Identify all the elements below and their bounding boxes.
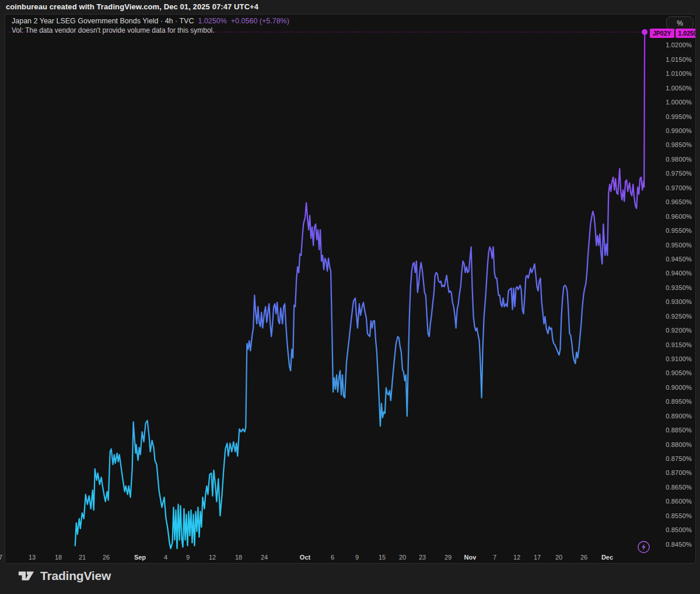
price-axis-label: 0.9850%: [648, 141, 692, 148]
price-axis-label: 0.8950%: [648, 398, 692, 405]
time-axis-label: 9: [186, 554, 190, 561]
volume-note: Vol: The data vendor doesn't provide vol…: [12, 26, 215, 34]
time-axis-label: 6: [331, 554, 334, 561]
last-price-value: 1.0250%: [198, 17, 226, 25]
time-axis-label: 20: [555, 554, 562, 561]
price-axis-label: 1.0000%: [648, 99, 692, 106]
tradingview-logo-link[interactable]: TradingView: [18, 569, 111, 583]
lightning-icon: [637, 540, 650, 554]
price-tag-symbol: JP02Y: [650, 29, 674, 38]
time-axis-label: 7: [493, 554, 496, 561]
price-axis-label: 0.9150%: [648, 341, 692, 348]
price-axis-label: 0.8900%: [648, 413, 692, 420]
time-axis-label: Sep: [134, 554, 146, 561]
price-axis-label: 0.9750%: [648, 170, 692, 177]
price-axis-label: 0.8650%: [648, 484, 692, 491]
price-chart-canvas[interactable]: [5, 15, 695, 563]
attribution-text: coinbureau created with TradingView.com,…: [6, 2, 258, 11]
chart-pane[interactable]: Japan 2 Year LSEG Government Bonds Yield…: [5, 14, 696, 564]
price-axis[interactable]: 1.0200%1.0150%1.0100%1.0050%1.0000%0.995…: [648, 0, 694, 564]
price-axis-label: 0.9550%: [648, 227, 692, 234]
price-axis-label: 0.9800%: [648, 156, 692, 163]
symbol-title: Japan 2 Year LSEG Government Bonds Yield…: [12, 17, 194, 25]
tradingview-wordmark: TradingView: [40, 569, 111, 583]
price-axis-label: 0.9100%: [648, 355, 692, 362]
price-axis-label: 1.0200%: [648, 41, 692, 48]
price-axis-label: 0.9050%: [648, 369, 692, 376]
go-to-realtime-button[interactable]: [637, 540, 650, 554]
price-axis-label: 1.0100%: [648, 70, 692, 77]
time-axis-label: 4: [164, 554, 167, 561]
price-axis-label: 0.8800%: [648, 441, 692, 448]
price-axis-label: 0.9300%: [648, 298, 692, 305]
last-price-dot: [642, 29, 648, 35]
price-axis-label: 0.8500%: [648, 526, 692, 533]
time-axis-label: 12: [209, 554, 216, 561]
tradingview-widget: coinbureau created with TradingView.com,…: [0, 0, 700, 594]
time-axis-label: Dec: [601, 554, 613, 561]
price-axis-label: 0.9000%: [648, 384, 692, 391]
yield-line-series: [75, 32, 645, 548]
time-axis-label: 20: [399, 554, 406, 561]
price-axis-label: 0.9900%: [648, 127, 692, 134]
chart-legend: Japan 2 Year LSEG Government Bonds Yield…: [12, 16, 289, 35]
price-axis-label: 0.9400%: [648, 270, 692, 277]
time-axis-label: 26: [103, 554, 110, 561]
time-axis-label: 29: [444, 554, 452, 561]
price-tag-value: 1.0250%: [676, 29, 696, 38]
time-axis-label: 23: [419, 554, 426, 561]
tradingview-logo-icon: [18, 569, 35, 583]
time-axis-label: Oct: [300, 554, 310, 561]
price-axis-label: 0.8450%: [648, 541, 692, 548]
price-axis-label: 0.9500%: [648, 242, 692, 249]
price-axis-label: 0.9950%: [648, 113, 692, 120]
attribution-bar: coinbureau created with TradingView.com,…: [0, 0, 700, 14]
price-axis-label: 0.9700%: [648, 184, 692, 191]
percent-scale-button[interactable]: %: [666, 16, 694, 30]
price-axis-label: 0.9350%: [648, 284, 692, 291]
price-change: +0.0560 (+5.78%): [231, 17, 289, 25]
price-axis-label: 0.8700%: [648, 469, 692, 476]
price-axis-label: 0.8550%: [648, 512, 692, 519]
price-axis-label: 0.9200%: [648, 327, 692, 334]
time-axis-label: Nov: [464, 554, 477, 561]
time-axis-label: 18: [55, 554, 62, 561]
price-axis-label: 1.0150%: [648, 56, 692, 63]
price-axis-label: 0.8850%: [648, 427, 692, 434]
time-axis-label: 24: [261, 554, 268, 561]
price-axis-label: 0.9250%: [648, 313, 692, 320]
last-price-tag: JP02Y 1.0250%: [650, 29, 696, 38]
time-axis-label: 26: [580, 554, 587, 561]
footer-bar: TradingView: [0, 564, 700, 594]
time-axis-label: 18: [235, 554, 242, 561]
price-axis-label: 0.8750%: [648, 455, 692, 462]
price-axis-label: 0.9650%: [648, 198, 692, 205]
time-axis-label: 17: [534, 554, 541, 561]
time-axis-label: 12: [513, 554, 520, 561]
time-axis-label: 9: [355, 554, 359, 561]
price-axis-label: 0.9600%: [648, 213, 692, 220]
time-axis[interactable]: 713182126Sep49121824Oct6915202329Nov7121…: [0, 554, 700, 564]
time-axis-label: 15: [379, 554, 386, 561]
time-axis-label: 21: [79, 554, 86, 561]
price-axis-label: 0.8600%: [648, 498, 692, 505]
price-axis-label: 0.9450%: [648, 256, 692, 263]
price-axis-label: 1.0050%: [648, 85, 692, 92]
time-axis-label: 7: [0, 554, 2, 561]
time-axis-label: 13: [29, 554, 36, 561]
